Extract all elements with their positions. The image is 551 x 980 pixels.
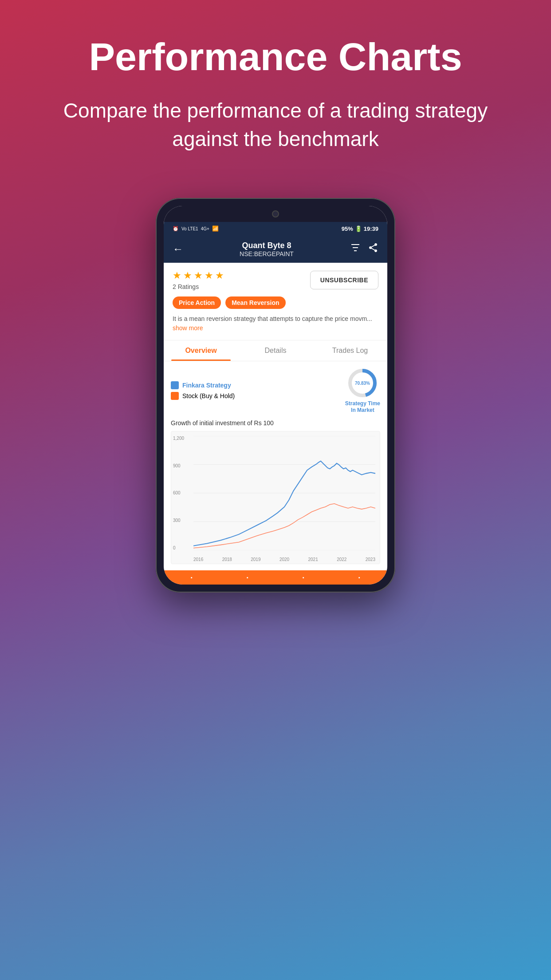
- donut-line2: In Market: [345, 407, 380, 414]
- ratings-count: 2 Ratings: [173, 283, 224, 290]
- star-5: ★: [215, 270, 224, 281]
- legend-dot-orange: [171, 392, 179, 400]
- y-axis-labels: 1,200 900 600 300 0: [173, 436, 184, 550]
- description-content: It is a mean reversion strategy that att…: [173, 315, 372, 322]
- network-label: Vo LTE1: [181, 226, 198, 231]
- chart-area: 1,200 900 600 300 0: [171, 431, 380, 564]
- donut-container: 70.83% Strategy Time In Market: [345, 368, 380, 414]
- share-button[interactable]: [368, 242, 378, 256]
- tag-mean-reversion: Mean Reversion: [225, 296, 285, 309]
- tabs-row: Overview Details Trades Log: [164, 340, 387, 361]
- legend-items: Finkara Strategy Stock (Buy & Hold): [171, 381, 235, 400]
- header-title-block: Quant Byte 8 NSE:BERGEPAINT: [240, 241, 294, 257]
- alarm-icon: ⏰: [173, 226, 179, 232]
- ratings-row: ★ ★ ★ ★ ★ 2 Ratings UNSUBSCRIBE: [173, 270, 378, 290]
- y-label-1200: 1,200: [173, 436, 184, 441]
- legend-strategy: Finkara Strategy: [171, 381, 235, 389]
- bottom-tab-3[interactable]: ▪: [276, 570, 331, 585]
- tab-details[interactable]: Details: [238, 340, 313, 361]
- donut-line1: Strategy Time: [345, 400, 380, 407]
- share-icon: [368, 242, 378, 253]
- tab-trades-log[interactable]: Trades Log: [313, 340, 387, 361]
- stock-code: NSE:BERGEPAINT: [240, 250, 294, 257]
- tab-overview[interactable]: Overview: [164, 340, 238, 361]
- x-label-2023: 2023: [366, 557, 375, 562]
- description-text: It is a mean reversion strategy that att…: [173, 314, 378, 333]
- x-label-2020: 2020: [279, 557, 289, 562]
- star-1: ★: [173, 270, 181, 281]
- bottom-tab-4[interactable]: ▪: [331, 570, 387, 585]
- y-label-900: 900: [173, 463, 184, 468]
- x-label-2019: 2019: [251, 557, 260, 562]
- x-label-2018: 2018: [222, 557, 232, 562]
- y-label-0: 0: [173, 545, 184, 550]
- growth-label: Growth of initial investment of Rs 100: [171, 419, 380, 427]
- bottom-tabs: ▪ ▪ ▪ ▪: [164, 570, 387, 585]
- filter-button[interactable]: [350, 242, 361, 256]
- stars-section: ★ ★ ★ ★ ★ 2 Ratings: [173, 270, 224, 290]
- phone-frame: ⏰ Vo LTE1 4G+ 📶 95% 🔋 19:39 ← Quant Byte…: [156, 198, 395, 593]
- status-bar: ⏰ Vo LTE1 4G+ 📶 95% 🔋 19:39: [164, 222, 387, 236]
- status-right: 95% 🔋 19:39: [342, 225, 378, 232]
- svg-text:70.83%: 70.83%: [355, 381, 370, 386]
- donut-svg: 70.83%: [347, 368, 378, 399]
- signal-bars: 📶: [212, 225, 219, 232]
- bottom-tab-1[interactable]: ▪: [164, 570, 220, 585]
- chart-section: Finkara Strategy Stock (Buy & Hold): [164, 361, 387, 570]
- network-type: 4G+: [201, 226, 209, 231]
- x-label-2021: 2021: [308, 557, 318, 562]
- back-icon: ←: [173, 243, 183, 255]
- strategy-name: Quant Byte 8: [240, 241, 294, 250]
- tags-row: Price Action Mean Reversion: [173, 296, 378, 309]
- show-more-link[interactable]: show more: [173, 324, 203, 332]
- header-icons: [350, 242, 378, 256]
- tag-price-action: Price Action: [173, 296, 221, 309]
- time-label: 19:39: [364, 225, 378, 232]
- donut-label: Strategy Time In Market: [345, 400, 380, 414]
- x-axis-labels: 2016 2018 2019 2020 2021 2022 2023: [193, 557, 375, 562]
- app-content: ★ ★ ★ ★ ★ 2 Ratings UNSUBSCRIBE Price Ac…: [164, 263, 387, 340]
- legend-dot-blue: [171, 381, 179, 389]
- star-3: ★: [194, 270, 203, 281]
- stock-label: Stock (Buy & Hold): [182, 392, 235, 399]
- app-header: ← Quant Byte 8 NSE:BERGEPAINT: [164, 236, 387, 263]
- camera-dot: [272, 210, 279, 217]
- filter-icon: [350, 242, 361, 253]
- battery-label: 95%: [342, 225, 353, 232]
- phone-notch: [164, 206, 387, 222]
- battery-icon: 🔋: [355, 225, 362, 232]
- strategy-label: Finkara Strategy: [182, 382, 231, 389]
- legend-row: Finkara Strategy Stock (Buy & Hold): [171, 368, 380, 414]
- bottom-tab-2[interactable]: ▪: [220, 570, 276, 585]
- status-left: ⏰ Vo LTE1 4G+ 📶: [173, 225, 219, 232]
- hero-subtitle: Compare the performance of a trading str…: [27, 96, 524, 154]
- y-label-600: 600: [173, 490, 184, 495]
- y-label-300: 300: [173, 518, 184, 523]
- star-2: ★: [183, 270, 192, 281]
- phone-screen: ⏰ Vo LTE1 4G+ 📶 95% 🔋 19:39 ← Quant Byte…: [164, 206, 387, 585]
- star-4: ★: [205, 270, 213, 281]
- stars-display: ★ ★ ★ ★ ★: [173, 270, 224, 281]
- legend-stock: Stock (Buy & Hold): [171, 392, 235, 400]
- hero-title: Performance Charts: [27, 36, 524, 79]
- unsubscribe-button[interactable]: UNSUBSCRIBE: [310, 271, 378, 289]
- x-label-2016: 2016: [193, 557, 203, 562]
- tabs-section: Overview Details Trades Log: [164, 340, 387, 361]
- x-label-2022: 2022: [337, 557, 346, 562]
- donut-chart: 70.83%: [347, 368, 378, 399]
- back-button[interactable]: ←: [173, 243, 183, 255]
- chart-svg: [193, 436, 375, 550]
